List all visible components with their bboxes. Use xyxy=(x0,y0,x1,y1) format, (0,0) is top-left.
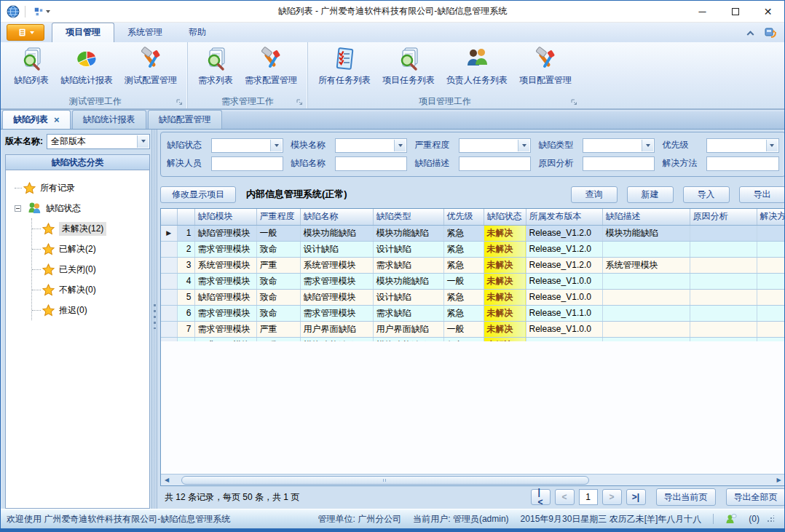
ribbon-button-缺陷统计报表[interactable]: 缺陷统计报表 xyxy=(55,44,119,94)
tree-node-缺陷状态[interactable]: 缺陷状态 xyxy=(15,198,146,218)
dropdown-caret-button[interactable] xyxy=(394,140,406,151)
tree-node-所有记录[interactable]: 所有记录 xyxy=(15,178,146,198)
collapse-node-icon[interactable] xyxy=(15,205,21,212)
toolbar-button-导入[interactable]: 导入 xyxy=(683,186,730,203)
dropdown-caret-button[interactable] xyxy=(642,140,653,151)
resize-grip-icon[interactable] xyxy=(767,515,774,523)
scroll-right-icon[interactable]: ▶ xyxy=(773,475,785,485)
filter-dropdown[interactable] xyxy=(459,138,531,153)
dropdown-caret-button[interactable] xyxy=(766,140,778,151)
horizontal-scrollbar[interactable]: ◀ ▶ xyxy=(161,474,785,485)
grid-column-header-缺陷状态[interactable]: 缺陷状态 xyxy=(484,209,526,225)
table-row[interactable]: 3 系统管理模块严重系统管理模块需求缺陷紧急未解决Release_V1.2.0系… xyxy=(161,257,784,273)
grid-column-header-所属发布版本[interactable]: 所属发布版本 xyxy=(526,209,602,225)
grid-column-header-缺陷模块[interactable]: 缺陷模块 xyxy=(194,209,256,225)
doc-tab-缺陷配置管理[interactable]: 缺陷配置管理 xyxy=(148,110,222,129)
table-row[interactable]: 4 需求管理模块致命需求管理模块模块功能缺陷一般未解决Release_V1.0.… xyxy=(161,273,784,289)
grid-column-header-原因分析[interactable]: 原因分析 xyxy=(690,209,757,225)
tree-node-不解决(0)[interactable]: 不解决(0) xyxy=(32,279,146,300)
splitter[interactable] xyxy=(151,130,157,509)
ribbon-tab-系统管理[interactable]: 系统管理 xyxy=(114,23,175,42)
doc-magnifier-icon xyxy=(203,47,228,71)
defect-table: 缺陷模块严重程度缺陷名称缺陷类型优先级缺陷状态所属发布版本缺陷描述原因分析解决方… xyxy=(161,209,785,341)
filter-input[interactable] xyxy=(335,156,407,171)
filter-缺陷类型: 缺陷类型 xyxy=(538,136,655,154)
filter-input[interactable] xyxy=(459,156,531,171)
dropdown-caret-button[interactable] xyxy=(270,140,282,151)
table-row[interactable]: 6 需求管理模块致命需求管理模块需求缺陷紧急未解决Release_V1.1.0 xyxy=(161,305,784,321)
close-tab-icon[interactable]: × xyxy=(54,116,60,124)
ribbon-tab-帮助[interactable]: 帮助 xyxy=(175,23,219,42)
ribbon-button-需求配置管理[interactable]: 需求配置管理 xyxy=(239,44,303,94)
ribbon-button-缺陷列表[interactable]: 缺陷列表 xyxy=(8,44,55,94)
filter-label: 严重程度 xyxy=(414,139,454,151)
filter-dropdown[interactable] xyxy=(335,138,407,153)
version-select-caret[interactable] xyxy=(137,135,149,148)
filter-dropdown[interactable] xyxy=(706,138,778,153)
grid-column-header-缺陷描述[interactable]: 缺陷描述 xyxy=(602,209,690,225)
cell-缺陷描述: 模块功能缺陷 xyxy=(602,225,690,241)
welcome-text: 欢迎使用 广州爱奇迪软件科技有限公司-缺陷信息管理系统 xyxy=(7,513,230,525)
minimize-button[interactable]: ─ xyxy=(686,1,719,22)
next-page-button[interactable]: > xyxy=(602,489,622,505)
tree-node-未解决(12)[interactable]: 未解决(12) xyxy=(32,218,146,239)
prev-page-button[interactable]: < xyxy=(555,489,575,505)
last-page-button[interactable]: >| xyxy=(626,489,646,505)
table-row[interactable]: 7 需求管理模块严重用户界面缺陷用户界面缺陷一般未解决Release_V1.0.… xyxy=(161,321,784,337)
toolbar-button-新建[interactable]: 新建 xyxy=(627,186,674,203)
table-row[interactable]: ▶ 1 缺陷管理模块一般模块功能缺陷模块功能缺陷紧急未解决Release_V1.… xyxy=(161,225,784,241)
close-button[interactable]: ✕ xyxy=(752,1,784,22)
filter-input[interactable] xyxy=(583,156,655,171)
ribbon-button-测试配置管理[interactable]: 测试配置管理 xyxy=(119,44,183,94)
record-count-summary: 共 12 条记录，每页 50 条，共 1 页 xyxy=(165,491,299,504)
collapse-ribbon-button[interactable] xyxy=(743,27,757,39)
filter-input[interactable] xyxy=(211,156,283,171)
modify-display-items-button[interactable]: 修改显示项目 xyxy=(160,186,236,203)
grid-column-header-缺陷名称[interactable]: 缺陷名称 xyxy=(300,209,373,225)
dropdown-caret-button[interactable] xyxy=(518,140,529,151)
first-page-button[interactable]: |< xyxy=(531,489,551,505)
scroll-left-icon[interactable]: ◀ xyxy=(161,475,173,485)
doc-tab-缺陷统计报表[interactable]: 缺陷统计报表 xyxy=(72,110,146,129)
doc-tab-缺陷列表[interactable]: 缺陷列表 × xyxy=(2,110,71,129)
window-controls: ─ ✕ xyxy=(686,1,784,22)
filter-dropdown[interactable] xyxy=(583,138,655,153)
tree-node-已关闭(0)[interactable]: 已关闭(0) xyxy=(32,259,146,279)
page-number-input[interactable]: 1 xyxy=(579,489,598,505)
table-row[interactable]: 2 需求管理模块致命设计缺陷设计缺陷紧急未解决Release_V1.2.0 xyxy=(161,241,784,257)
grid-column-header-严重程度[interactable]: 严重程度 xyxy=(256,209,300,225)
tree-node-推迟(0)[interactable]: 推迟(0) xyxy=(32,300,146,320)
maximize-button[interactable] xyxy=(719,1,752,22)
export-current-page-button[interactable]: 导出当前页 xyxy=(656,488,716,506)
grid-column-header-解决方法[interactable]: 解决方法 xyxy=(757,209,784,225)
tree-node-已解决(2)[interactable]: 已解决(2) xyxy=(32,239,146,259)
toolbar-button-查询[interactable]: 查询 xyxy=(571,186,618,203)
dialog-launcher-icon[interactable] xyxy=(176,99,183,106)
dialog-launcher-icon[interactable] xyxy=(296,99,303,106)
table-row[interactable]: 5 缺陷管理模块致命缺陷管理模块设计缺陷紧急未解决Release_V1.0.0 xyxy=(161,289,784,305)
ribbon-button-负责人任务列表[interactable]: 负责人任务列表 xyxy=(441,44,513,94)
dialog-launcher-icon[interactable] xyxy=(571,99,577,106)
ribbon-tab-项目管理[interactable]: 项目管理 xyxy=(52,23,114,42)
grid-column-header-缺陷类型[interactable]: 缺陷类型 xyxy=(373,209,443,225)
ribbon-group: 缺陷列表 缺陷统计报表 测试配置管理 测试管理工作 xyxy=(4,42,187,108)
ribbon-button-需求列表[interactable]: 需求列表 xyxy=(192,44,239,94)
ribbon-button-所有任务列表[interactable]: 所有任务列表 xyxy=(312,44,376,94)
export-all-pages-button[interactable]: 导出全部页 xyxy=(726,488,785,506)
filter-dropdown[interactable] xyxy=(211,138,283,153)
grid-column-header-优先级[interactable]: 优先级 xyxy=(443,209,484,225)
chevron-down-icon xyxy=(398,144,403,147)
user-status-icon[interactable] xyxy=(725,513,737,525)
quick-access-button[interactable] xyxy=(31,5,53,18)
pager-controls: |< < 1 > >| 导出当前页 导出全部页 xyxy=(531,488,785,506)
skin-style-icon[interactable] xyxy=(764,26,777,39)
ribbon-button-项目配置管理[interactable]: 项目配置管理 xyxy=(513,44,577,94)
version-select[interactable]: 全部版本 xyxy=(47,134,150,149)
cell-所属发布版本: Release_V1.0.0 xyxy=(526,273,602,289)
ribbon-button-项目任务列表[interactable]: 项目任务列表 xyxy=(376,44,441,94)
toolbar-button-导出[interactable]: 导出 xyxy=(739,186,785,203)
application-menu-button[interactable] xyxy=(7,24,44,41)
cell-所属发布版本: Release_V1.0.0 xyxy=(526,289,602,305)
scrollbar-thumb[interactable] xyxy=(181,476,589,485)
filter-input[interactable] xyxy=(706,156,778,171)
